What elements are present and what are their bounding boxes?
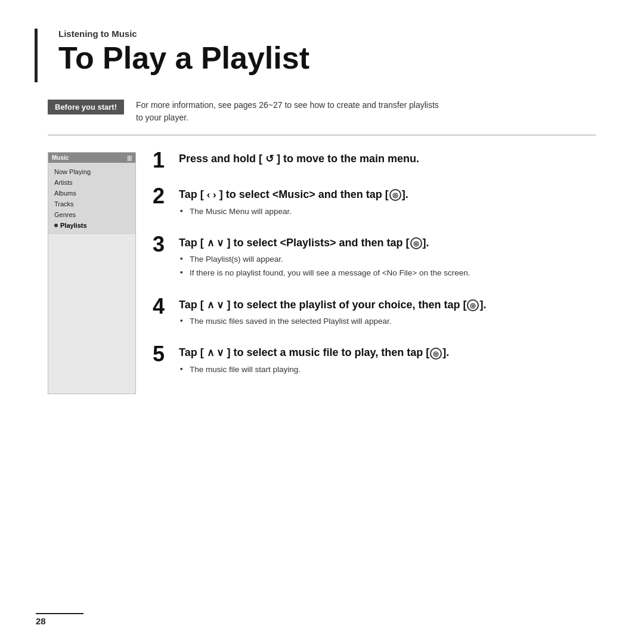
step-1-title: Press and hold [ ↺ ] to move to the main… (179, 152, 596, 166)
step-3-number: 3 (153, 234, 179, 255)
step-5-notes: The music file will start playing. (179, 364, 596, 376)
circle-btn-5: ◎ (430, 348, 442, 360)
step-4-note-1: The music files saved in the selected Pl… (179, 315, 596, 327)
device-panel: Music ||| Now Playing Artists Albums Tra… (48, 152, 136, 394)
device-header: Music ||| (48, 153, 135, 163)
step-2-number: 2 (153, 185, 179, 207)
before-start-line2: to your player. (136, 113, 188, 122)
step-2-content: Tap [ ‹ › ] to select <Music> and then t… (179, 188, 596, 219)
page-container: Listening to Music To Play a Playlist Be… (0, 0, 644, 644)
selected-dot-icon (54, 224, 58, 227)
circle-btn-2: ◎ (389, 189, 401, 201)
step-4-number: 4 (153, 296, 179, 317)
circle-btn-4: ◎ (467, 299, 479, 311)
step-3-note-1: The Playlist(s) will appear. (179, 253, 596, 265)
device-menu-list: Now Playing Artists Albums Tracks Genres… (48, 163, 135, 234)
step-5-title: Tap [ ∧ ∨ ] to select a music file to pl… (179, 346, 596, 360)
device-menu-item-tracks: Tracks (48, 199, 135, 209)
main-content: Music ||| Now Playing Artists Albums Tra… (48, 152, 596, 394)
step-1-number: 1 (153, 150, 179, 171)
left-border-bar (35, 29, 38, 82)
step-1-content: Press and hold [ ↺ ] to move to the main… (179, 152, 596, 169)
step-5: 5 Tap [ ∧ ∨ ] to select a music file to … (153, 346, 596, 377)
page-header: Listening to Music To Play a Playlist (48, 29, 596, 75)
step-2-title: Tap [ ‹ › ] to select <Music> and then t… (179, 188, 596, 202)
step-4: 4 Tap [ ∧ ∨ ] to select the playlist of … (153, 298, 596, 330)
device-menu-item-playlists: Playlists (48, 220, 135, 231)
step-2-notes: The Music Menu will appear. (179, 206, 596, 218)
step-2: 2 Tap [ ‹ › ] to select <Music> and then… (153, 188, 596, 219)
step-3-title: Tap [ ∧ ∨ ] to select <Playlists> and th… (179, 236, 596, 250)
page-title: To Play a Playlist (58, 41, 596, 75)
device-menu-item-genres: Genres (48, 209, 135, 220)
step-3-content: Tap [ ∧ ∨ ] to select <Playlists> and th… (179, 236, 596, 281)
step-3-notes: The Playlist(s) will appear. If there is… (179, 253, 596, 280)
step-1: 1 Press and hold [ ↺ ] to move to the ma… (153, 152, 596, 171)
device-menu-item-now-playing: Now Playing (48, 166, 135, 177)
before-start-badge: Before you start! (48, 100, 124, 114)
before-start-line1: For more information, see pages 26~27 to… (136, 100, 439, 110)
step-2-note-1: The Music Menu will appear. (179, 206, 596, 218)
step-5-number: 5 (153, 343, 179, 365)
playlists-label: Playlists (60, 222, 87, 229)
device-header-label: Music (52, 154, 69, 161)
circle-btn-3: ◎ (410, 237, 422, 249)
step-5-content: Tap [ ∧ ∨ ] to select a music file to pl… (179, 346, 596, 377)
before-start-text: For more information, see pages 26~27 to… (136, 99, 439, 124)
device-menu-item-artists: Artists (48, 177, 135, 188)
device-menu-item-albums: Albums (48, 188, 135, 199)
bottom-border (36, 613, 83, 614)
step-4-notes: The music files saved in the selected Pl… (179, 315, 596, 327)
step-5-note-1: The music file will start playing. (179, 364, 596, 376)
step-3-note-2: If there is no playlist found, you will … (179, 267, 596, 279)
step-3: 3 Tap [ ∧ ∨ ] to select <Playlists> and … (153, 236, 596, 281)
steps-content: 1 Press and hold [ ↺ ] to move to the ma… (153, 152, 596, 394)
page-number: 28 (36, 616, 46, 626)
before-start-section: Before you start! For more information, … (48, 99, 596, 135)
section-label: Listening to Music (58, 29, 596, 39)
device-header-icon: ||| (127, 155, 132, 161)
step-4-content: Tap [ ∧ ∨ ] to select the playlist of yo… (179, 298, 596, 330)
step-4-title: Tap [ ∧ ∨ ] to select the playlist of yo… (179, 298, 596, 312)
